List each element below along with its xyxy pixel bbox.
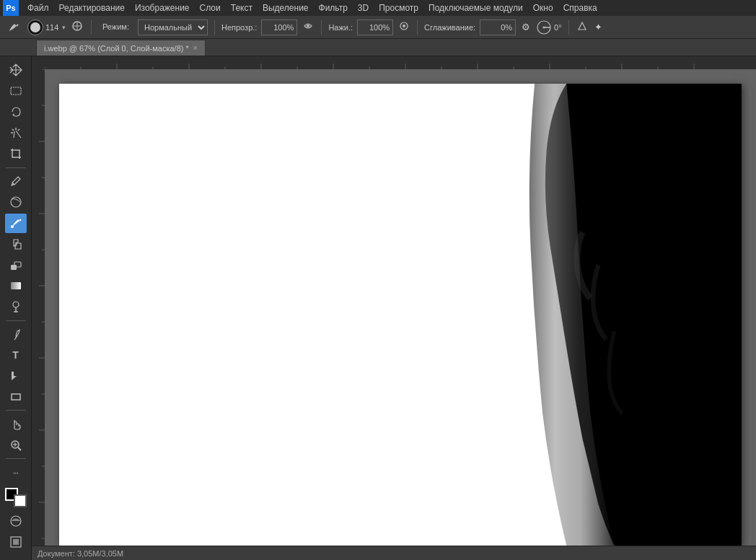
svg-rect-8 xyxy=(11,87,21,95)
tool-move[interactable] xyxy=(5,61,27,80)
menu-text[interactable]: Текст xyxy=(227,1,257,14)
brush-size-chevron[interactable]: ▾ xyxy=(62,24,66,31)
tool-dodge[interactable] xyxy=(5,297,27,317)
ruler-vertical xyxy=(32,69,45,560)
menu-view[interactable]: Просмотр xyxy=(374,1,423,14)
ruler-corner xyxy=(32,56,45,69)
tool-crop[interactable] xyxy=(5,144,27,164)
ps-logo: Ps xyxy=(3,0,19,16)
tool-shape-rect[interactable] xyxy=(5,387,27,406)
tool-screen-mode[interactable] xyxy=(5,533,27,552)
canvas-content xyxy=(59,84,742,546)
status-bar: Документ: 3,05М/3,05М xyxy=(32,546,756,560)
tab-bar: i.webp @ 67% (Слой 0, Слой-маска/8) * × xyxy=(0,39,756,56)
opacity-toggle-icon[interactable] xyxy=(302,19,315,35)
separator-3 xyxy=(6,410,26,411)
brush-size-inner xyxy=(30,22,40,32)
separator-2 xyxy=(6,320,26,321)
svg-line-26 xyxy=(18,447,21,450)
menu-file[interactable]: Файл xyxy=(23,1,53,14)
angle-icon xyxy=(536,19,552,35)
svg-point-13 xyxy=(11,197,21,207)
tab-close-btn[interactable]: × xyxy=(193,44,198,52)
separator-4 xyxy=(417,20,418,35)
left-toolbar: T xyxy=(0,56,32,560)
svg-point-19 xyxy=(13,302,19,307)
menu-help[interactable]: Справка xyxy=(559,1,602,14)
color-boxes[interactable] xyxy=(5,488,27,507)
svg-line-0 xyxy=(17,25,18,26)
separator-2 xyxy=(214,20,215,35)
tool-brush[interactable] xyxy=(5,214,27,233)
svg-line-14 xyxy=(19,219,21,221)
svg-point-7 xyxy=(543,26,545,28)
angle-value: 0° xyxy=(554,23,562,32)
angle-display: 0° xyxy=(536,19,562,35)
svg-rect-18 xyxy=(11,282,21,289)
menu-window[interactable]: Окно xyxy=(529,1,558,14)
svg-rect-32 xyxy=(45,56,756,69)
separator-5 xyxy=(568,20,569,35)
brush-size-display: 114 ▾ xyxy=(27,19,66,35)
opacity-input[interactable] xyxy=(261,19,297,35)
menu-plugins[interactable]: Подключаемые модули xyxy=(424,1,527,14)
flow-input[interactable] xyxy=(357,19,393,35)
ruler-horizontal xyxy=(45,56,756,69)
menu-edit[interactable]: Редактирование xyxy=(55,1,129,14)
tool-type[interactable]: T xyxy=(5,345,27,364)
svg-point-2 xyxy=(307,25,309,27)
tool-zoom[interactable] xyxy=(5,435,27,455)
tool-gradient[interactable] xyxy=(5,276,27,296)
options-bar: 114 ▾ Режим: Нормальный Непрозр.: Нажи.:… xyxy=(0,16,756,39)
airbrush-icon[interactable] xyxy=(397,19,410,35)
svg-rect-31 xyxy=(13,539,19,545)
svg-rect-52 xyxy=(32,69,45,560)
menu-bar: Ps Файл Редактирование Изображение Слои … xyxy=(0,0,756,16)
tool-more[interactable]: ··· xyxy=(5,463,27,482)
tool-eraser[interactable] xyxy=(5,255,27,275)
blend-mode-select[interactable]: Нормальный xyxy=(138,19,208,35)
smoothing-input[interactable] xyxy=(480,19,516,35)
background-color[interactable] xyxy=(14,494,27,507)
separator-4 xyxy=(6,458,26,459)
tool-magic-wand[interactable] xyxy=(5,123,27,143)
tool-hand[interactable] xyxy=(5,414,27,434)
pressure-size-icon[interactable] xyxy=(576,19,589,35)
symmetry-icon[interactable]: ✦ xyxy=(593,20,604,34)
tool-marquee-rect[interactable] xyxy=(5,82,27,101)
mode-label: Режим: xyxy=(98,16,133,39)
menu-3d[interactable]: 3D xyxy=(353,1,373,14)
canvas-document xyxy=(59,84,742,546)
brush-size-circle xyxy=(27,19,43,35)
separator-1 xyxy=(91,20,92,35)
doc-info: Документ: 3,05М/3,05М xyxy=(38,549,123,558)
tool-path-select[interactable] xyxy=(5,366,27,385)
brush-preset-picker[interactable] xyxy=(4,18,23,37)
tool-pen[interactable] xyxy=(5,324,27,344)
brush-size-value: 114 xyxy=(45,23,60,32)
svg-point-4 xyxy=(403,25,405,27)
silhouette-area xyxy=(503,84,742,546)
menu-image[interactable]: Изображение xyxy=(131,1,194,14)
tab-label: i.webp @ 67% (Слой 0, Слой-маска/8) * xyxy=(44,44,189,53)
menu-filter[interactable]: Фильтр xyxy=(315,1,352,14)
tool-eyedropper[interactable] xyxy=(5,172,27,191)
tool-clone-stamp[interactable] xyxy=(5,235,27,254)
brush-icon xyxy=(7,21,20,34)
smoothing-settings-icon[interactable]: ⚙ xyxy=(520,20,532,34)
tool-spot-heal[interactable] xyxy=(5,193,27,212)
opacity-label: Непрозр.: xyxy=(221,23,257,32)
tool-lasso[interactable] xyxy=(5,102,27,122)
tool-quick-mask[interactable] xyxy=(5,512,27,531)
menu-layers[interactable]: Слои xyxy=(195,1,225,14)
menu-select[interactable]: Выделение xyxy=(258,1,313,14)
smoothing-label: Сглаживание: xyxy=(424,23,475,32)
svg-line-12 xyxy=(18,129,19,131)
brush-settings-icon[interactable] xyxy=(70,19,84,35)
flow-label: Нажи.: xyxy=(328,23,353,32)
svg-rect-23 xyxy=(12,394,20,400)
svg-line-11 xyxy=(12,129,14,131)
svg-point-15 xyxy=(11,225,14,228)
document-tab[interactable]: i.webp @ 67% (Слой 0, Слой-маска/8) * × xyxy=(36,40,206,56)
separator-3 xyxy=(321,20,322,35)
